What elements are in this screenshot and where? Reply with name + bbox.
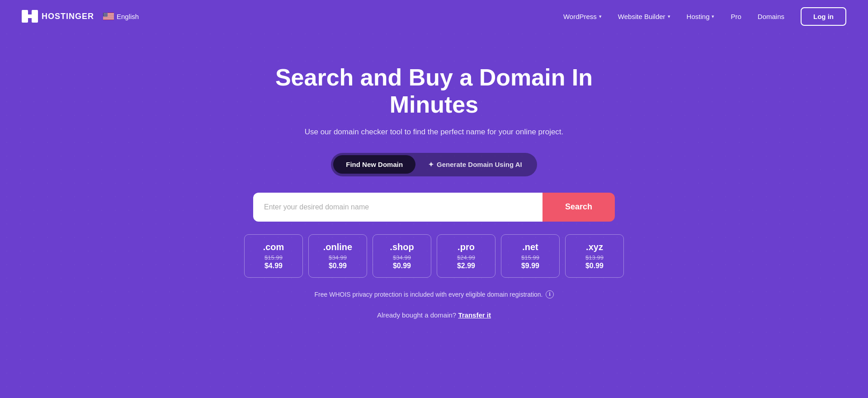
svg-point-27 <box>106 15 106 15</box>
domain-ext-shop: .shop <box>386 242 418 252</box>
svg-point-17 <box>105 14 105 14</box>
login-button[interactable]: Log in <box>801 7 846 26</box>
domain-card-pro[interactable]: .pro $24.99 $2.99 <box>437 234 495 278</box>
nav-pro[interactable]: Pro <box>731 13 741 20</box>
website-builder-chevron-icon: ▾ <box>668 14 670 19</box>
domain-card-shop[interactable]: .shop $34.99 $0.99 <box>373 234 431 278</box>
transfer-link[interactable]: Transfer it <box>458 311 491 319</box>
transfer-prompt: Already bought a domain? <box>377 311 456 319</box>
domain-new-price-net: $9.99 <box>514 262 547 270</box>
whois-text: Free WHOIS privacy protection is include… <box>315 291 543 298</box>
domain-card-online[interactable]: .online $34.99 $0.99 <box>308 234 367 278</box>
logo-icon <box>22 10 38 23</box>
navbar-right: WordPress ▾ Website Builder ▾ Hosting ▾ … <box>563 7 846 26</box>
logo-link[interactable]: HOSTINGER <box>22 10 94 23</box>
svg-point-31 <box>105 16 106 16</box>
svg-point-15 <box>107 13 108 14</box>
domain-search-input[interactable] <box>253 193 542 222</box>
svg-point-19 <box>107 14 107 14</box>
domain-new-price-pro: $2.99 <box>450 262 482 270</box>
svg-point-32 <box>106 16 107 16</box>
svg-point-21 <box>104 14 105 15</box>
navbar: HOSTINGER <box>0 0 868 33</box>
svg-point-33 <box>107 16 108 16</box>
svg-rect-7 <box>103 17 114 17</box>
domain-card-com[interactable]: .com $15.99 $4.99 <box>244 234 303 278</box>
whois-info-icon[interactable]: ℹ <box>546 290 554 298</box>
domain-new-price-online: $0.99 <box>321 262 354 270</box>
domain-old-price-xyz: $13.99 <box>578 254 611 261</box>
domain-new-price-xyz: $0.99 <box>578 262 611 270</box>
svg-point-30 <box>104 16 105 16</box>
domain-ext-pro: .pro <box>450 242 482 252</box>
navbar-left: HOSTINGER <box>22 10 139 23</box>
domain-search-container: Search <box>253 193 615 222</box>
hero-section: Search and Buy a Domain In Minutes Use o… <box>0 33 868 346</box>
transfer-section: Already bought a domain? Transfer it <box>377 311 491 319</box>
nav-wordpress[interactable]: WordPress ▾ <box>563 13 602 20</box>
svg-point-24 <box>107 14 108 15</box>
svg-point-28 <box>107 15 107 15</box>
svg-rect-8 <box>103 18 114 18</box>
hero-subtitle: Use our domain checker tool to find the … <box>305 128 564 137</box>
ai-domain-toggle-btn[interactable]: ✦Generate Domain Using AI <box>415 155 535 174</box>
sparkle-icon: ✦ <box>428 161 434 168</box>
svg-point-13 <box>105 13 106 14</box>
svg-point-18 <box>106 14 106 14</box>
domain-new-price-com: $4.99 <box>257 262 290 270</box>
logo-text: HOSTINGER <box>42 12 94 21</box>
domain-old-price-pro: $24.99 <box>450 254 482 261</box>
domain-old-price-online: $34.99 <box>321 254 354 261</box>
nav-domains[interactable]: Domains <box>758 13 784 20</box>
search-mode-toggle: Find New Domain ✦Generate Domain Using A… <box>331 153 537 176</box>
svg-point-12 <box>104 13 105 14</box>
svg-point-25 <box>104 15 104 15</box>
search-button[interactable]: Search <box>542 193 615 222</box>
language-label: English <box>117 13 139 20</box>
whois-notice: Free WHOIS privacy protection is include… <box>315 290 554 298</box>
domain-old-price-shop: $34.99 <box>386 254 418 261</box>
domain-tld-cards: .com $15.99 $4.99 .online $34.99 $0.99 .… <box>244 234 624 278</box>
domain-card-net[interactable]: .net $15.99 $9.99 <box>501 234 560 278</box>
domain-ext-com: .com <box>257 242 290 252</box>
domain-card-xyz[interactable]: .xyz $13.99 $0.99 <box>565 234 624 278</box>
svg-rect-2 <box>22 14 38 18</box>
domain-new-price-shop: $0.99 <box>386 262 418 270</box>
domain-old-price-net: $15.99 <box>514 254 547 261</box>
domain-old-price-com: $15.99 <box>257 254 290 261</box>
hosting-chevron-icon: ▾ <box>712 14 714 19</box>
svg-rect-9 <box>103 19 114 19</box>
svg-point-22 <box>105 14 106 15</box>
svg-point-29 <box>104 16 104 16</box>
domain-ext-xyz: .xyz <box>578 242 611 252</box>
nav-website-builder[interactable]: Website Builder ▾ <box>618 13 670 20</box>
language-selector[interactable]: English <box>103 13 139 20</box>
domain-ext-online: .online <box>321 242 354 252</box>
wordpress-chevron-icon: ▾ <box>599 14 602 19</box>
svg-point-26 <box>105 15 105 15</box>
svg-point-11 <box>104 13 104 14</box>
svg-point-20 <box>104 14 104 15</box>
domain-ext-net: .net <box>514 242 547 252</box>
svg-point-23 <box>106 14 107 15</box>
nav-hosting[interactable]: Hosting ▾ <box>687 13 715 20</box>
flag-icon <box>103 13 114 20</box>
hero-title: Search and Buy a Domain In Minutes <box>231 64 637 118</box>
find-domain-toggle-btn[interactable]: Find New Domain <box>333 155 415 174</box>
svg-point-14 <box>106 13 107 14</box>
svg-point-16 <box>104 14 104 14</box>
